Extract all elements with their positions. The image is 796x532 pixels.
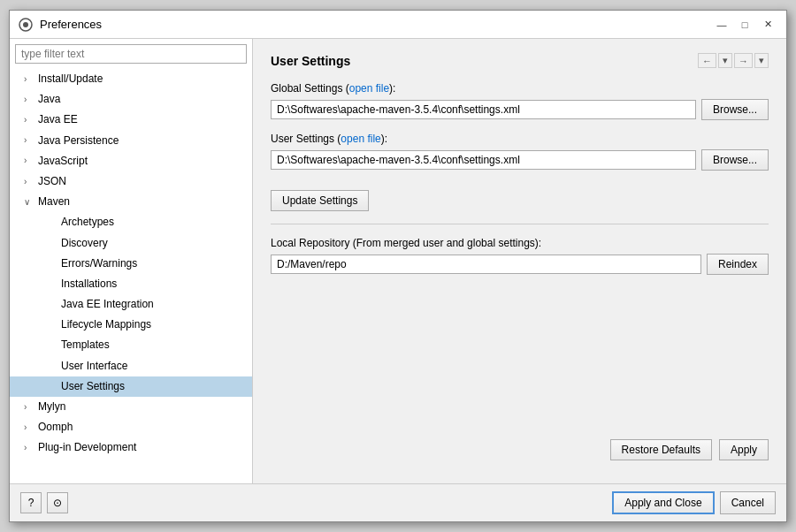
sidebar-item-javascript[interactable]: › JavaScript (10, 151, 252, 171)
sidebar-item-plug-in-development[interactable]: › Plug-in Development (10, 437, 252, 458)
arrow-icon: › (24, 113, 34, 127)
sidebar-item-label: Errors/Warnings (61, 255, 137, 272)
sidebar-item-java-ee-integration[interactable]: Java EE Integration (10, 294, 252, 315)
section-header: User Settings ← ▾ → ▾ (271, 53, 769, 68)
sidebar-item-label: Mylyn (38, 399, 65, 415)
main-content: User Settings ← ▾ → ▾ Global Settings (o… (253, 39, 786, 483)
local-repo-input-row: Reindex (271, 254, 769, 275)
sidebar-item-label: Oomph (38, 419, 73, 436)
dialog-title: Preferences (40, 18, 102, 31)
global-settings-input-row: Browse... (271, 99, 769, 120)
arrow-icon: › (24, 93, 34, 107)
dialog-footer: ? ⊙ Apply and Close Cancel (10, 483, 786, 521)
footer-right-buttons: Apply and Close Cancel (612, 491, 776, 514)
user-label-end: ): (381, 133, 387, 145)
sidebar-item-json[interactable]: › JSON (10, 171, 252, 192)
arrow-icon: › (24, 421, 34, 435)
arrow-icon: › (24, 175, 34, 189)
separator (271, 224, 769, 224)
sidebar-item-label: Install/Update (38, 71, 103, 87)
sidebar-item-java[interactable]: › Java (10, 89, 252, 110)
window-controls: — □ ✕ (712, 17, 777, 33)
arrow-icon: › (24, 441, 34, 455)
sidebar-item-java-persistence[interactable]: › Java Persistence (10, 131, 252, 151)
sidebar-item-label: JSON (38, 173, 66, 190)
sidebar-item-discovery[interactable]: Discovery (10, 233, 252, 254)
global-open-file-link[interactable]: open file (349, 82, 389, 95)
local-repo-group: Local Repository (From merged user and g… (271, 237, 769, 275)
local-repo-label: Local Repository (From merged user and g… (271, 237, 769, 249)
arrow-icon: ∨ (24, 195, 34, 209)
nav-buttons: ← ▾ → ▾ (698, 53, 769, 68)
nav-forward-dropdown-button[interactable]: ▾ (754, 53, 769, 68)
apply-and-close-button[interactable]: Apply and Close (612, 491, 714, 514)
sidebar-item-label: Java EE (38, 111, 78, 128)
nav-back-button[interactable]: ← (698, 53, 716, 68)
close-button[interactable]: ✕ (758, 17, 777, 33)
arrow-icon: › (24, 133, 34, 148)
preferences-icon (19, 18, 33, 32)
sidebar-item-lifecycle-mappings[interactable]: Lifecycle Mappings (10, 315, 252, 335)
dialog-body: › Install/Update › Java › Java EE › Java… (10, 39, 786, 483)
global-browse-button[interactable]: Browse... (701, 99, 769, 120)
sidebar-item-mylyn[interactable]: › Mylyn (10, 397, 252, 417)
sidebar-item-maven[interactable]: ∨ Maven (10, 192, 252, 212)
sidebar-item-installations[interactable]: Installations (10, 274, 252, 294)
nav-forward-button[interactable]: → (734, 53, 753, 68)
sidebar-tree: › Install/Update › Java › Java EE › Java… (10, 69, 252, 483)
update-settings-button[interactable]: Update Settings (271, 190, 369, 211)
sidebar-item-label: Templates (61, 337, 110, 353)
sidebar-item-archetypes[interactable]: Archetypes (10, 212, 252, 232)
sidebar-item-label: Plug-in Development (38, 439, 136, 456)
sidebar-item-label: User Interface (61, 358, 127, 375)
reindex-button[interactable]: Reindex (707, 254, 769, 275)
user-settings-label: User Settings (open file): (271, 133, 769, 145)
help-button[interactable]: ? (20, 492, 42, 513)
sidebar-item-user-interface[interactable]: User Interface (10, 356, 252, 376)
sidebar-item-label: Java Persistence (38, 133, 119, 149)
sidebar-item-label: Java EE Integration (61, 296, 154, 313)
sidebar-item-user-settings[interactable]: User Settings (10, 376, 252, 397)
section-title-text: User Settings (271, 54, 350, 68)
preferences-dialog: Preferences — □ ✕ › Install/Update › Jav… (9, 10, 787, 522)
user-browse-button[interactable]: Browse... (701, 149, 769, 171)
sidebar-item-label: User Settings (61, 378, 125, 395)
arrow-icon: › (24, 72, 34, 87)
local-repo-input[interactable] (271, 255, 701, 274)
arrow-icon: › (24, 400, 34, 414)
action-buttons-area: Restore Defaults Apply (271, 287, 769, 460)
sidebar-item-errors-warnings[interactable]: Errors/Warnings (10, 254, 252, 274)
sidebar-item-label: Java (38, 91, 60, 108)
user-settings-input-row: Browse... (271, 149, 769, 171)
user-settings-input[interactable] (271, 150, 696, 170)
nav-dropdown-button[interactable]: ▾ (718, 53, 732, 68)
sidebar-item-java-ee[interactable]: › Java EE (10, 110, 252, 130)
maximize-button[interactable]: □ (735, 17, 754, 33)
sidebar-item-label: Discovery (61, 235, 108, 252)
sidebar-item-install-update[interactable]: › Install/Update (10, 69, 252, 89)
global-label-end: ): (389, 82, 395, 95)
title-bar: Preferences — □ ✕ (10, 11, 786, 39)
filter-input[interactable] (15, 44, 247, 64)
arrow-icon: › (24, 154, 34, 168)
sidebar-item-label: Archetypes (61, 214, 114, 231)
user-label-text: User Settings ( (271, 133, 341, 145)
sidebar-item-label: Maven (38, 194, 70, 210)
sidebar-item-label: Installations (61, 276, 117, 293)
user-settings-group: User Settings (open file): Browse... (271, 133, 769, 171)
apply-button[interactable]: Apply (719, 439, 769, 460)
sidebar-item-label: Lifecycle Mappings (61, 316, 151, 333)
svg-point-1 (23, 22, 28, 27)
sidebar: › Install/Update › Java › Java EE › Java… (10, 39, 253, 483)
link-button[interactable]: ⊙ (47, 492, 68, 513)
user-open-file-link[interactable]: open file (341, 133, 380, 145)
global-settings-label: Global Settings (open file): (271, 82, 769, 95)
sidebar-item-label: JavaScript (38, 153, 88, 170)
sidebar-item-templates[interactable]: Templates (10, 335, 252, 355)
sidebar-item-oomph[interactable]: › Oomph (10, 417, 252, 437)
cancel-button[interactable]: Cancel (720, 491, 776, 514)
restore-defaults-button[interactable]: Restore Defaults (610, 439, 712, 460)
update-settings-area: Update Settings (271, 190, 769, 211)
minimize-button[interactable]: — (712, 17, 731, 33)
global-settings-input[interactable] (271, 100, 696, 119)
